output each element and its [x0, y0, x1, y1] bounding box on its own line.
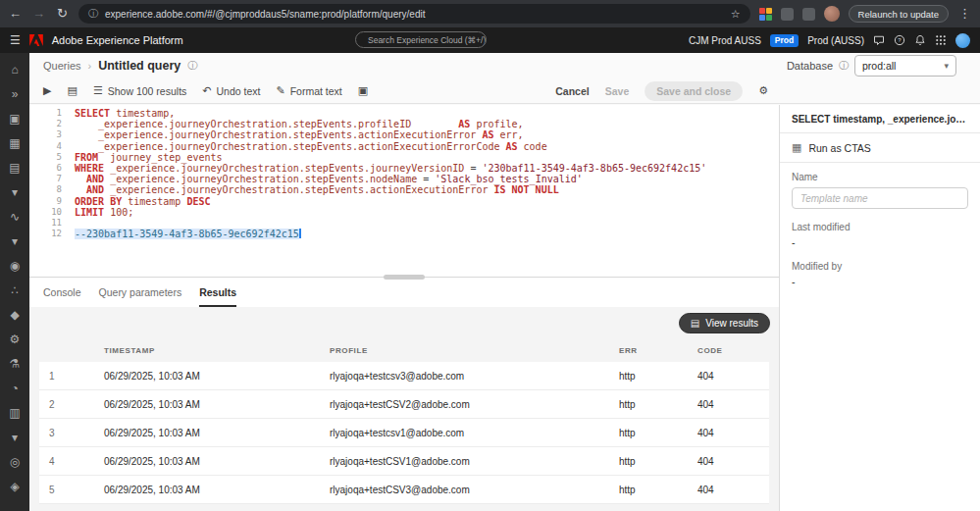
code-line[interactable]: 8 AND _experience.journeyOrchestration.s…: [29, 184, 779, 195]
breadcrumb-queries[interactable]: Queries: [43, 60, 81, 72]
snippets-icon[interactable]: ▣: [358, 84, 368, 97]
table-row[interactable]: 306/29/2025, 10:03 AMrlyajoqa+testcsv1@a…: [39, 419, 769, 447]
monitoring-icon[interactable]: ◔: [0, 376, 29, 400]
feedback-icon[interactable]: [873, 34, 885, 46]
save-and-close-button[interactable]: Save and close: [645, 81, 743, 101]
browser-profile-avatar[interactable]: [824, 6, 840, 22]
global-search[interactable]: Search Experience Cloud (⌘+/): [355, 31, 487, 48]
env-label[interactable]: Prod (AUSS): [807, 35, 864, 46]
profiles-icon[interactable]: ▣: [0, 106, 29, 130]
tab-query-parameters[interactable]: Query parameters: [99, 286, 182, 307]
chevron-down-icon: ▾: [944, 61, 949, 71]
browser-reload-button[interactable]: ↻: [55, 0, 70, 27]
code-line[interactable]: 1SELECT timestamp,: [29, 108, 779, 119]
segments-icon[interactable]: ◆: [0, 302, 29, 327]
user-avatar[interactable]: [955, 33, 970, 48]
database-value: prod:all: [862, 60, 896, 72]
undo-button[interactable]: ↶ Undo text: [202, 84, 260, 97]
notifications-icon[interactable]: [914, 34, 926, 46]
tags-icon[interactable]: ◈: [0, 474, 29, 498]
profile-icon[interactable]: ◉: [0, 253, 29, 278]
cancel-button[interactable]: Cancel: [555, 85, 589, 97]
code-line[interactable]: 3 _experience.journeyOrchestration.stepE…: [29, 129, 779, 140]
splitter-handle[interactable]: [384, 275, 425, 280]
extension-icon-colorful[interactable]: [759, 8, 772, 21]
queries-icon[interactable]: ⚗: [0, 351, 29, 376]
bookmark-star-icon[interactable]: ☆: [731, 8, 741, 21]
modified-by-label: Modified by: [792, 261, 968, 272]
table-cell: http: [613, 371, 692, 382]
relaunch-button[interactable]: Relaunch to update: [849, 5, 949, 23]
table-row[interactable]: 406/29/2025, 10:03 AMrlyajoqa+testCSV1@a…: [39, 447, 769, 476]
site-info-icon[interactable]: ⓘ: [88, 7, 98, 21]
template-name-input[interactable]: [792, 187, 968, 209]
main-content: Queries › Untitled query ⓘ Database ⓘ pr…: [29, 53, 980, 511]
code-lines: 1SELECT timestamp,2 _experience.journeyO…: [29, 108, 779, 239]
line-number: 3: [29, 129, 75, 140]
format-button[interactable]: ✎ Format text: [276, 84, 341, 97]
table-cell: 06/29/2025, 10:03 AM: [98, 456, 324, 467]
code-line[interactable]: 7 AND _experience.journeyOrchestration.s…: [29, 174, 779, 184]
sql-editor[interactable]: 1SELECT timestamp,2 _experience.journeyO…: [29, 105, 779, 277]
table-row[interactable]: 206/29/2025, 10:03 AMrlyajoqa+testCSV2@a…: [39, 390, 769, 419]
section-chevron-icon[interactable]: ▾: [0, 425, 29, 449]
code-line[interactable]: 4 _experience.journeyOrchestration.stepE…: [29, 141, 779, 152]
table-row[interactable]: 106/29/2025, 10:03 AMrlyajoqa+testcsv3@a…: [39, 362, 769, 390]
tab-results[interactable]: Results: [199, 286, 236, 307]
journeys-icon[interactable]: ∿: [0, 204, 29, 229]
run-as-ctas-button[interactable]: ▦ Run as CTAS: [792, 141, 968, 154]
notebooks-icon[interactable]: ▤: [67, 84, 77, 97]
address-bar[interactable]: ⓘ experience.adobe.com/#/@cjmproddaus5/s…: [78, 4, 750, 24]
line-number: 4: [29, 141, 75, 152]
line-number: 10: [29, 207, 75, 218]
help-icon[interactable]: ?: [894, 34, 905, 46]
schemas-icon[interactable]: ▤: [0, 155, 29, 179]
browser-back-button[interactable]: ←: [8, 0, 23, 27]
code-line[interactable]: 11: [29, 218, 779, 229]
editor-toolbar: ▶ ▤ ☰ Show 100 results ↶ Undo text ✎ For…: [29, 78, 980, 104]
datasets-icon[interactable]: ▦: [0, 130, 29, 155]
table-row[interactable]: 506/29/2025, 10:03 AMrlyajoqa+testCSV3@a…: [39, 476, 769, 504]
view-results-button[interactable]: ▤ View results: [679, 313, 770, 333]
hamburger-icon[interactable]: ☰: [10, 33, 21, 47]
extension-icon-2[interactable]: [802, 8, 815, 21]
browser-forward-button[interactable]: →: [31, 0, 46, 27]
audiences-icon[interactable]: ∴: [0, 278, 29, 302]
code-line[interactable]: 12--230baf11-3549-4af3-8b65-9ec692f42c15: [29, 229, 779, 239]
editor-settings-gear-icon[interactable]: ⚙: [758, 84, 768, 97]
ctas-icon: ▦: [792, 141, 801, 154]
workflows-icon[interactable]: ⚙: [0, 327, 29, 351]
datastore-icon[interactable]: ▥: [0, 400, 29, 425]
row-number: 3: [39, 428, 98, 438]
code-line[interactable]: 5FROM journey_step_events: [29, 152, 779, 163]
search-placeholder: Search Experience Cloud (⌘+/): [368, 35, 486, 45]
page-info-icon[interactable]: ⓘ: [187, 59, 197, 73]
run-query-icon[interactable]: ▶: [43, 84, 51, 97]
show-results-button[interactable]: ☰ Show 100 results: [93, 84, 186, 97]
database-select[interactable]: prod:all ▾: [854, 55, 956, 77]
table-cell: http: [613, 428, 692, 438]
save-button[interactable]: Save: [605, 85, 630, 97]
home-icon[interactable]: ⌂: [0, 57, 29, 81]
code-line[interactable]: 6WHERE _experience.journeyOrchestration.…: [29, 163, 779, 174]
section-chevron-icon[interactable]: ▾: [0, 229, 29, 253]
section-chevron-icon[interactable]: ▾: [0, 179, 29, 204]
table-cell: http: [613, 399, 692, 410]
app-switcher-icon[interactable]: [935, 34, 947, 46]
line-number: 7: [29, 174, 75, 184]
code-line[interactable]: 2 _experience.journeyOrchestration.stepE…: [29, 119, 779, 129]
database-info-icon[interactable]: ⓘ: [839, 59, 849, 73]
tab-console[interactable]: Console: [43, 286, 81, 307]
rail-collapse-icon[interactable]: »: [0, 81, 29, 106]
breadcrumb: Queries › Untitled query ⓘ Database ⓘ pr…: [29, 53, 980, 78]
browser-menu-icon[interactable]: ⋮: [957, 0, 972, 27]
browser-chrome: ← → ↻ ⓘ experience.adobe.com/#/@cjmprodd…: [0, 0, 980, 27]
code-line[interactable]: 10LIMIT 100;: [29, 207, 779, 218]
line-number: 12: [29, 229, 75, 239]
table-cell: 404: [692, 399, 769, 410]
code-line[interactable]: 9ORDER BY timestamp DESC: [29, 196, 779, 207]
extension-icon-1[interactable]: [781, 8, 794, 21]
table-cell: 404: [692, 428, 769, 438]
table-cell: 06/29/2025, 10:03 AM: [98, 371, 324, 382]
destinations-icon[interactable]: ◎: [0, 449, 29, 474]
